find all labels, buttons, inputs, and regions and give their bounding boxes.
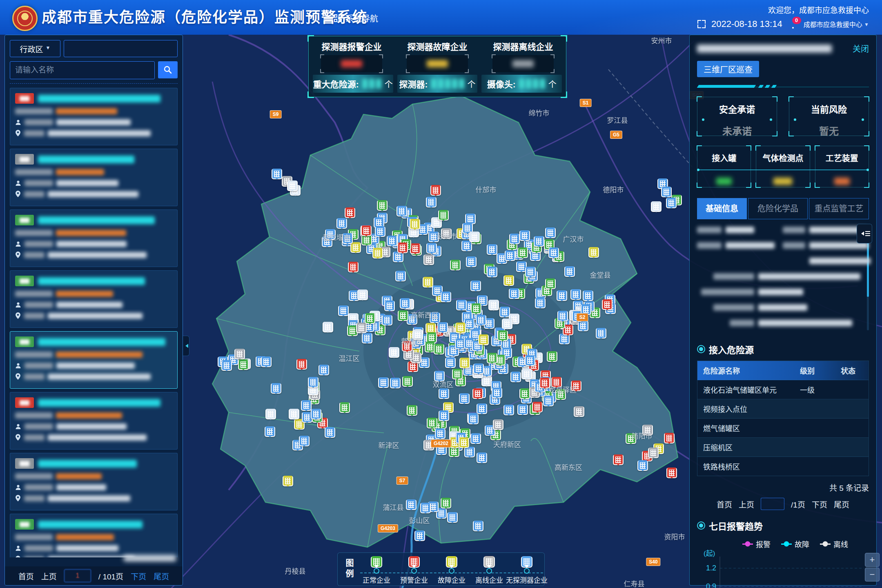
page-last[interactable]: 尾页 — [834, 499, 849, 510]
map-pin-blue[interactable] — [299, 436, 310, 446]
map-pin-pale[interactable] — [488, 300, 499, 310]
map-pin-blue[interactable] — [473, 521, 483, 531]
map-pin-blue[interactable] — [487, 267, 497, 277]
map-pin-blue[interactable] — [519, 230, 530, 241]
map-pin-blue[interactable] — [390, 378, 401, 388]
page-prev[interactable]: 上页 — [41, 570, 57, 581]
org-dropdown[interactable]: 成都市应急救援中心 ▼ — [804, 19, 869, 29]
map-pin-blue[interactable] — [437, 322, 448, 333]
map-pin-blue[interactable] — [426, 197, 437, 207]
map-pin-red[interactable] — [361, 225, 372, 236]
tab-basic-info[interactable]: 基础信息 — [697, 198, 747, 219]
company-list-item[interactable] — [10, 392, 178, 450]
map-pin-green[interactable] — [487, 353, 497, 363]
map-pin-gray[interactable] — [423, 254, 434, 265]
map-pin-blue[interactable] — [414, 530, 425, 541]
map-pin-gray[interactable] — [642, 425, 653, 435]
map-pin-green[interactable] — [441, 498, 451, 508]
map-pin-red[interactable] — [571, 381, 581, 391]
map-pin-blue[interactable] — [301, 400, 312, 411]
map-pin-green[interactable] — [555, 389, 566, 400]
map-pin-green[interactable] — [377, 200, 388, 211]
map-pin-blue[interactable] — [548, 247, 559, 258]
trend-legend-item[interactable]: 报警 — [742, 539, 771, 549]
map-pin-blue[interactable] — [406, 499, 416, 510]
map-pin-blue[interactable] — [420, 503, 431, 513]
map-pin-blue[interactable] — [384, 301, 395, 311]
map-pin-pale[interactable] — [287, 180, 298, 191]
map-pin-green[interactable] — [452, 369, 463, 379]
company-list-item[interactable] — [10, 209, 178, 267]
map-pin-blue[interactable] — [378, 377, 389, 388]
map-pin-yellow[interactable] — [478, 334, 489, 345]
map-pin-green[interactable] — [438, 210, 449, 220]
map-pin-blue[interactable] — [261, 356, 272, 367]
map-pin-pale[interactable] — [357, 290, 368, 300]
notification-bell[interactable]: 0 — [788, 19, 798, 29]
map-pin-red[interactable] — [296, 359, 307, 370]
map-pin-yellow[interactable] — [423, 277, 433, 287]
tab-key-supervision[interactable]: 重点监管工艺 — [809, 198, 869, 219]
map-pin-blue[interactable] — [583, 290, 593, 301]
map-pin-blue[interactable] — [661, 187, 672, 197]
map-pin-blue[interactable] — [325, 427, 335, 438]
page-input[interactable]: 1 — [64, 569, 91, 582]
map-pin-blue[interactable] — [468, 414, 479, 424]
system-nav-button[interactable]: 系统导航 — [334, 12, 378, 24]
map-pin-blue[interactable] — [487, 244, 497, 255]
map-pin-blue[interactable] — [221, 360, 232, 371]
page-last[interactable]: 尾页 — [154, 570, 169, 581]
hazard-table-row[interactable]: 铁路栈桥区 — [697, 457, 869, 476]
map-pin-pale[interactable] — [389, 347, 399, 358]
map-pin-yellow[interactable] — [283, 476, 293, 486]
map-pin-pale[interactable] — [521, 369, 532, 379]
map-pin-yellow[interactable] — [350, 242, 361, 253]
map-pin-green[interactable] — [471, 303, 481, 314]
map-pin-yellow[interactable] — [588, 247, 599, 258]
map-pin-green[interactable] — [547, 351, 557, 362]
map-pin-gray[interactable] — [574, 406, 584, 417]
map-pin-gray[interactable] — [441, 228, 452, 239]
map-pin-blue[interactable] — [525, 267, 536, 277]
map-pin-blue[interactable] — [470, 433, 481, 444]
zoom-out-button[interactable]: − — [865, 568, 880, 581]
map-pin-red[interactable] — [539, 378, 550, 388]
tab-hazard-chemicals[interactable]: 危险化学品 — [748, 198, 808, 219]
map-pin-yellow[interactable] — [372, 248, 383, 258]
map-pin-blue[interactable] — [430, 312, 440, 323]
map-pin-blue[interactable] — [325, 229, 336, 240]
map-pin-blue[interactable] — [570, 289, 581, 300]
map-pin-gray[interactable] — [423, 440, 434, 450]
map-pin-blue[interactable] — [476, 315, 486, 325]
map-pin-blue[interactable] — [557, 290, 567, 301]
map-pin-blue[interactable] — [439, 410, 449, 421]
search-input[interactable] — [10, 61, 155, 79]
map-pin-red[interactable] — [397, 243, 408, 253]
map-pin-red[interactable] — [602, 299, 612, 310]
map-pin-blue[interactable] — [459, 393, 470, 404]
map-pin-blue[interactable] — [338, 305, 349, 316]
map-pin-blue[interactable] — [400, 298, 410, 309]
map-pin-blue[interactable] — [466, 256, 477, 267]
map-pin-red[interactable] — [551, 377, 562, 388]
map-pin-blue[interactable] — [477, 452, 487, 463]
map-pin-gray[interactable] — [493, 419, 503, 430]
map-pin-blue[interactable] — [435, 428, 445, 439]
map-pin-pale[interactable] — [502, 318, 512, 329]
map-pin-green[interactable] — [545, 278, 556, 289]
map-pin-blue[interactable] — [564, 266, 575, 277]
search-button[interactable] — [158, 61, 178, 78]
map-pin-red[interactable] — [345, 207, 355, 218]
map-pin-blue[interactable] — [271, 383, 281, 394]
hazard-table-row[interactable]: 压缩机区 — [697, 438, 869, 457]
map-pin-yellow[interactable] — [503, 275, 514, 286]
map-pin-yellow[interactable] — [410, 219, 420, 229]
map-pin-blue[interactable] — [578, 321, 588, 331]
map-pin-green[interactable] — [427, 418, 437, 428]
map-pin-red[interactable] — [430, 185, 441, 196]
map-pin-red[interactable] — [472, 388, 483, 399]
map-pin-blue[interactable] — [525, 355, 535, 366]
map-pin-blue[interactable] — [375, 226, 385, 237]
map-pin-blue[interactable] — [428, 232, 439, 242]
hazard-table-row[interactable]: 液化石油气储罐区单元一级 — [697, 380, 869, 399]
